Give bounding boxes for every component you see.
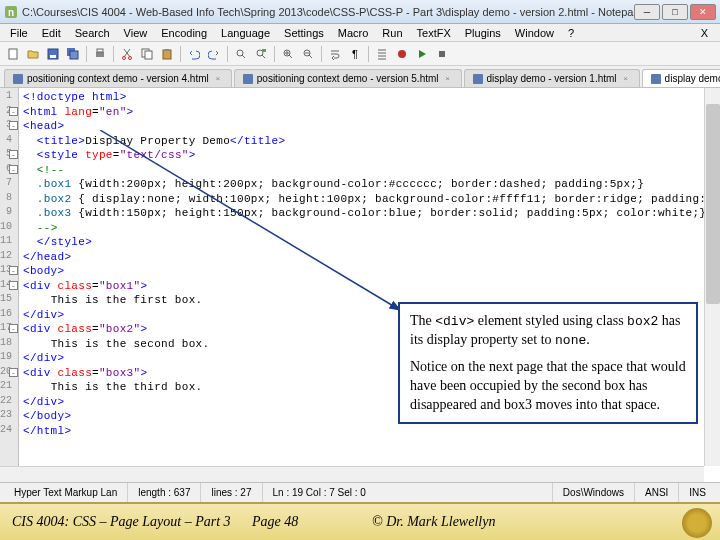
- fold-toggle-icon[interactable]: -: [9, 121, 18, 130]
- menu-encoding[interactable]: Encoding: [155, 25, 213, 41]
- minimize-button[interactable]: ─: [634, 4, 660, 20]
- paste-icon[interactable]: [158, 45, 176, 63]
- fold-toggle-icon[interactable]: -: [9, 266, 18, 275]
- code-line[interactable]: .box1 {width:200px; height:200px; backgr…: [23, 177, 720, 192]
- toolbar-sep: [274, 46, 275, 62]
- tab-label: display demo - version 1.html: [487, 73, 617, 84]
- file-icon: [651, 74, 661, 84]
- file-icon: [13, 74, 23, 84]
- line-number: 19: [0, 351, 18, 366]
- svg-point-9: [123, 56, 126, 59]
- print-icon[interactable]: [91, 45, 109, 63]
- zoom-in-icon[interactable]: [279, 45, 297, 63]
- svg-rect-13: [163, 50, 171, 59]
- fold-toggle-icon[interactable]: -: [9, 165, 18, 174]
- menu-window[interactable]: Window: [509, 25, 560, 41]
- scroll-thumb[interactable]: [706, 104, 720, 304]
- new-file-icon[interactable]: [4, 45, 22, 63]
- menu-help[interactable]: ?: [562, 25, 580, 41]
- document-tab[interactable]: positioning context demo - version 4.htm…: [4, 69, 232, 87]
- footer-page: Page 48: [252, 514, 372, 530]
- footer-course: CIS 4004: CSS – Page Layout – Part 3: [12, 514, 252, 530]
- code-line[interactable]: <!doctype html>: [23, 90, 720, 105]
- indent-icon[interactable]: [373, 45, 391, 63]
- svg-rect-8: [97, 49, 103, 52]
- code-line[interactable]: <title>Display Property Demo</title>: [23, 134, 720, 149]
- code-line[interactable]: -<head>: [23, 119, 720, 134]
- toolbar-sep: [368, 46, 369, 62]
- fold-toggle-icon[interactable]: -: [9, 150, 18, 159]
- callout-p2: Notice on the next page that the space t…: [410, 358, 686, 415]
- document-tab[interactable]: display demo - version 2.html×: [642, 69, 720, 87]
- macro-play-icon[interactable]: [413, 45, 431, 63]
- annotation-callout: The <div> element styled using class box…: [398, 302, 698, 424]
- show-chars-icon[interactable]: ¶: [346, 45, 364, 63]
- code-line[interactable]: .box3 {width:150px; height:150px; backgr…: [23, 206, 720, 221]
- status-length: length : 637: [128, 483, 201, 502]
- horizontal-scrollbar[interactable]: [0, 466, 704, 482]
- code-line[interactable]: -<html lang="en">: [23, 105, 720, 120]
- menu-plugins[interactable]: Plugins: [459, 25, 507, 41]
- menu-macro[interactable]: Macro: [332, 25, 375, 41]
- close-button[interactable]: ✕: [690, 4, 716, 20]
- menu-view[interactable]: View: [118, 25, 154, 41]
- save-all-icon[interactable]: [64, 45, 82, 63]
- code-line[interactable]: </style>: [23, 235, 720, 250]
- menu-run[interactable]: Run: [376, 25, 408, 41]
- tab-close-icon[interactable]: ×: [621, 74, 631, 84]
- fold-toggle-icon[interactable]: -: [9, 368, 18, 377]
- menu-edit[interactable]: Edit: [36, 25, 67, 41]
- tab-label: display demo - version 2.html: [665, 73, 720, 84]
- code-line[interactable]: - <!--: [23, 163, 720, 178]
- open-file-icon[interactable]: [24, 45, 42, 63]
- menubar: File Edit Search View Encoding Language …: [0, 24, 720, 42]
- zoom-out-icon[interactable]: [299, 45, 317, 63]
- line-number: 16: [0, 308, 18, 323]
- svg-rect-17: [262, 49, 266, 52]
- fold-toggle-icon[interactable]: -: [9, 281, 18, 290]
- save-icon[interactable]: [44, 45, 62, 63]
- menu-file[interactable]: File: [4, 25, 34, 41]
- menu-language[interactable]: Language: [215, 25, 276, 41]
- menu-textfx[interactable]: TextFX: [411, 25, 457, 41]
- svg-rect-2: [9, 49, 17, 59]
- copy-icon[interactable]: [138, 45, 156, 63]
- line-number: 10: [0, 221, 18, 236]
- document-tab[interactable]: positioning context demo - version 5.htm…: [234, 69, 462, 87]
- find-icon[interactable]: [232, 45, 250, 63]
- svg-rect-7: [96, 52, 104, 57]
- line-gutter: 123456789101112131415161718192021222324: [0, 88, 19, 466]
- macro-stop-icon[interactable]: [433, 45, 451, 63]
- undo-icon[interactable]: [185, 45, 203, 63]
- line-number: 8: [0, 192, 18, 207]
- code-line[interactable]: </head>: [23, 250, 720, 265]
- svg-text:n: n: [8, 7, 14, 18]
- menu-settings[interactable]: Settings: [278, 25, 330, 41]
- code-line[interactable]: </html>: [23, 424, 720, 439]
- menu-close-x[interactable]: X: [693, 25, 716, 41]
- document-tab[interactable]: display demo - version 1.html×: [464, 69, 640, 87]
- macro-record-icon[interactable]: [393, 45, 411, 63]
- code-line[interactable]: -<body>: [23, 264, 720, 279]
- code-line[interactable]: - <style type="text/css">: [23, 148, 720, 163]
- cut-icon[interactable]: [118, 45, 136, 63]
- line-number: 23: [0, 409, 18, 424]
- tab-close-icon[interactable]: ×: [213, 74, 223, 84]
- code-line[interactable]: .box2 { display:none; width:100px; heigh…: [23, 192, 720, 207]
- line-number: 24: [0, 424, 18, 439]
- redo-icon[interactable]: [205, 45, 223, 63]
- tab-close-icon[interactable]: ×: [443, 74, 453, 84]
- code-line[interactable]: -->: [23, 221, 720, 236]
- menu-search[interactable]: Search: [69, 25, 116, 41]
- line-number: 11: [0, 235, 18, 250]
- code-line[interactable]: -<div class="box1">: [23, 279, 720, 294]
- vertical-scrollbar[interactable]: [704, 88, 720, 466]
- svg-rect-4: [50, 55, 56, 58]
- fold-toggle-icon[interactable]: -: [9, 324, 18, 333]
- line-number: 9: [0, 206, 18, 221]
- replace-icon[interactable]: [252, 45, 270, 63]
- toolbar-sep: [113, 46, 114, 62]
- maximize-button[interactable]: □: [662, 4, 688, 20]
- wordwrap-icon[interactable]: [326, 45, 344, 63]
- fold-toggle-icon[interactable]: -: [9, 107, 18, 116]
